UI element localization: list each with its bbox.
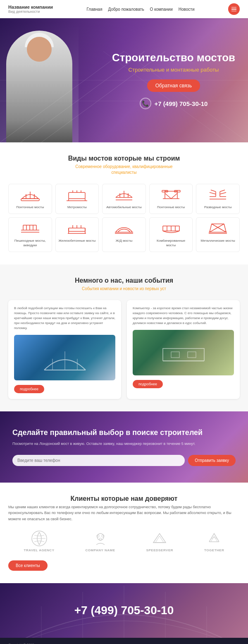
- hero-phone-row: 📞 +7 (499) 705-30-10: [107, 98, 240, 109]
- svg-line-31: [171, 193, 177, 199]
- all-clients-button[interactable]: Все клиенты: [8, 560, 48, 571]
- bridges-section-subtitle: Современное оборудование, квалифицирован…: [8, 164, 240, 175]
- bridges-section: Виды мостов которые мы строим Современно…: [0, 142, 248, 264]
- svg-line-38: [210, 192, 216, 194]
- about-card-2-text: Компьютер - за короткое время стал незам…: [133, 306, 234, 326]
- bridge-icon-3: [114, 188, 134, 203]
- bridge-card-9[interactable]: Комбинированные мосты: [149, 217, 193, 252]
- cta-submit-button[interactable]: Отправить заявку: [188, 455, 236, 466]
- svg-line-36: [211, 190, 216, 192]
- about-card-2-image: [133, 330, 234, 375]
- svg-line-37: [220, 190, 225, 192]
- hero-cta-button[interactable]: Обратная связь: [147, 79, 200, 92]
- bridge-card-7[interactable]: Железобетонные мосты: [55, 217, 99, 252]
- cta-form: Отправить заявку: [12, 455, 236, 466]
- bridge-label-7: Железобетонные мосты: [58, 239, 96, 243]
- bridge-card-6[interactable]: Пешеходные мосты, акведуки: [8, 217, 52, 252]
- bridge-icon-4: [161, 188, 181, 203]
- company-name-icon: [92, 530, 109, 547]
- bridges-grid: Понтонные мосты Метромосты: [8, 184, 240, 252]
- bridge-label-2: Метромосты: [58, 205, 96, 209]
- about-card-1-text: В любой подобной ситуации мы готовы посп…: [14, 306, 115, 331]
- hero-content: Строительство мостов Строительные и монт…: [107, 51, 240, 109]
- speedserver-icon: [151, 530, 168, 547]
- bridge-label-10: Металлические мосты: [199, 239, 237, 243]
- about-cards: В любой подобной ситуации мы готовы посп…: [8, 300, 240, 399]
- client-logo-2: COMPANY NAME: [86, 530, 115, 552]
- bridge-label-1: Понтонные мосты: [11, 205, 49, 209]
- svg-rect-76: [171, 352, 179, 358]
- client-logo-name-4: TOGETHER: [204, 548, 224, 552]
- header: Название компании Вид деятельности Главн…: [0, 0, 248, 18]
- bridges-section-title: Виды мостов которые мы строим: [8, 155, 240, 162]
- company-name: Название компании: [8, 5, 53, 10]
- about-more-btn-2[interactable]: подробнее: [133, 380, 163, 388]
- bridge-icon-9: [161, 222, 181, 236]
- bridge-label-9: Комбинированные мосты: [152, 239, 190, 248]
- bridge-label-4: Понтонные мосты: [152, 205, 190, 209]
- bridge-card-5[interactable]: Разводные мосты: [196, 184, 240, 214]
- main-nav: Главная Добро пожаловать О компании Ново…: [87, 7, 195, 12]
- about-more-btn-1[interactable]: подробнее: [14, 385, 44, 393]
- clients-desc: Мы ценим наших клиентов и всегда ориенти…: [8, 504, 240, 522]
- about-title: Немного о нас, наши события: [8, 277, 240, 284]
- nav-about[interactable]: О компании: [150, 7, 173, 12]
- logo: Название компании Вид деятельности: [8, 5, 53, 14]
- client-logo-name-3: Speedserver: [146, 548, 173, 552]
- travel-agency-icon: [31, 530, 48, 547]
- bridge-label-6: Пешеходные мосты, акведуки: [11, 239, 49, 248]
- bridge-card-10[interactable]: Металлические мосты: [196, 217, 240, 252]
- bridge-label-3: Автомобильные мосты: [105, 205, 143, 209]
- client-logo-3: Speedserver: [146, 530, 173, 552]
- hero-title: Строительство мостов: [107, 51, 240, 64]
- bridge-image: [14, 335, 115, 380]
- cta-phone-input[interactable]: [12, 455, 185, 466]
- svg-line-69: [210, 224, 224, 232]
- client-logo-1: TRAVEL AGENCY: [24, 530, 55, 552]
- cta-title: Сделайте правильный выбор в поиске строи…: [12, 428, 236, 437]
- bridge-card-4[interactable]: Понтонные мосты: [149, 184, 193, 214]
- svg-line-39: [220, 192, 226, 194]
- svg-point-80: [97, 533, 104, 540]
- svg-rect-12: [69, 192, 85, 199]
- about-section: Немного о нас, наши события События комп…: [0, 264, 248, 411]
- bridge-icon-1: [20, 188, 41, 203]
- bridge-card-8[interactable]: Ж/Д мосты: [102, 217, 146, 252]
- client-logo-name-1: TRAVEL AGENCY: [24, 548, 55, 552]
- clients-logos: TRAVEL AGENCY COMPANY NAME: [8, 530, 240, 552]
- hero-phone: +7 (499) 705-30-10: [155, 100, 208, 107]
- bridge-icon-2: [67, 188, 87, 203]
- tram-bridge-image: [133, 330, 234, 375]
- footer-bg-svg: [0, 583, 248, 638]
- footer-cta-section: +7 (499) 705-30-10: [0, 583, 248, 638]
- svg-line-68: [212, 224, 226, 232]
- phone-icon: 📞: [140, 98, 151, 109]
- svg-rect-49: [69, 228, 85, 231]
- bridge-label-8: Ж/Д мосты: [105, 239, 143, 243]
- hamburger-menu-button[interactable]: [228, 3, 240, 15]
- bridge-card-2[interactable]: Метромосты: [55, 184, 99, 214]
- bridge-card-3[interactable]: Автомобильные мосты: [102, 184, 146, 214]
- bridge-icon-7: [67, 222, 87, 236]
- clients-section: Клиенты которые нам доверяют Мы ценим на…: [0, 483, 248, 583]
- cta-subtitle: Посмотрите на Лондонский мост в живую. О…: [12, 441, 236, 447]
- bridge-icon-8: [114, 222, 134, 236]
- hero-subtitle: Строительные и монтажные работы: [107, 67, 240, 73]
- svg-rect-11: [21, 199, 39, 201]
- nav-home[interactable]: Главная: [87, 7, 103, 12]
- bridge-icon-6: [20, 222, 41, 236]
- company-subtitle: Вид деятельности: [8, 10, 53, 14]
- about-card-1-image: [14, 335, 115, 380]
- nav-welcome[interactable]: Добро пожаловать: [108, 7, 144, 12]
- nav-news[interactable]: Новости: [179, 7, 195, 12]
- footer: Copyright © 2019 Название компании Напис…: [0, 638, 248, 644]
- about-subtitle: События компании и новости из первых уст: [8, 286, 240, 292]
- client-logo-name-2: COMPANY NAME: [86, 548, 115, 552]
- hero-section: Строительство мостов Строительные и монт…: [0, 18, 248, 142]
- about-card-1: В любой подобной ситуации мы готовы посп…: [8, 300, 121, 399]
- bridge-label-5: Разводные мосты: [199, 205, 237, 209]
- clients-title: Клиенты которые нам доверяют: [8, 495, 240, 502]
- bridge-card-1[interactable]: Понтонные мосты: [8, 184, 52, 214]
- bridge-icon-10: [207, 222, 228, 236]
- client-logo-4: TOGETHER: [204, 530, 224, 552]
